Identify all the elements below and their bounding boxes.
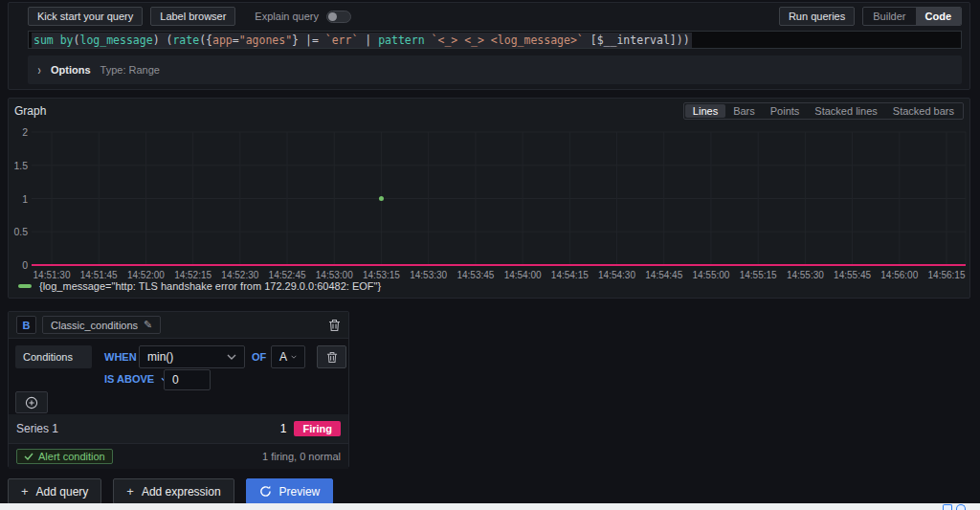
- query-token: `err`: [325, 33, 359, 47]
- query-token: rate: [172, 33, 199, 47]
- query-token: |: [358, 33, 378, 47]
- label-browser-button[interactable]: Label browser: [150, 7, 235, 26]
- query-token: sum by: [33, 33, 74, 47]
- editor-footer-bar: + Add query + Add expression Preview: [8, 478, 333, 504]
- add-expression-button[interactable]: + Add expression: [113, 478, 234, 504]
- query-expression-text: sum by(log_message) (rate({app="agones"}…: [32, 33, 692, 48]
- query-token: ({: [199, 33, 212, 47]
- add-query-label: Add query: [36, 485, 89, 499]
- chart-legend: {log_message="http: TLS handshake error …: [18, 280, 381, 292]
- expression-name: Classic_conditions: [51, 320, 138, 331]
- alert-query-editor: Kick start your query Label browser Expl…: [0, 0, 980, 510]
- explain-query-label: Explain query: [255, 11, 319, 22]
- code-mode-tab[interactable]: Code: [916, 8, 962, 25]
- page-bottom-strip: [0, 503, 980, 510]
- legend-series-swatch[interactable]: [18, 284, 32, 288]
- expression-name-box[interactable]: Classic_conditions ✎: [42, 316, 161, 334]
- delete-condition-button[interactable]: [317, 345, 346, 368]
- y-axis-tick-label: 1: [9, 193, 28, 205]
- of-label: OF: [252, 351, 266, 363]
- delete-expression-button[interactable]: [328, 319, 341, 332]
- y-axis-tick-label: 2: [9, 126, 28, 138]
- cutoff-icon-fragment: [943, 504, 952, 510]
- plus-icon: +: [126, 484, 134, 499]
- options-type-text: Type: Range: [100, 64, 160, 76]
- expression-panel: B Classic_conditions ✎ Conditions WHEN m…: [8, 311, 349, 468]
- expression-ref-badge[interactable]: B: [16, 316, 36, 334]
- preview-label: Preview: [279, 485, 321, 499]
- query-token: =: [233, 33, 239, 47]
- query-token: log_message: [79, 33, 152, 47]
- query-token: [: [584, 33, 597, 47]
- firing-summary-text: 1 firing, 0 normal: [262, 451, 341, 462]
- query-token: [425, 33, 432, 47]
- query-token: ) (: [153, 33, 173, 47]
- query-token: app: [212, 33, 233, 47]
- series-value: 1: [280, 422, 287, 435]
- explain-query-control: Explain query: [255, 11, 351, 23]
- add-expression-label: Add expression: [142, 485, 221, 499]
- expression-header: B Classic_conditions ✎: [9, 312, 348, 339]
- query-token: $__interval: [597, 33, 670, 47]
- query-code-input[interactable]: sum by(log_message) (rate({app="agones"}…: [28, 31, 962, 49]
- reducer-function-select[interactable]: min(): [139, 345, 245, 368]
- query-editor-panel: Kick start your query Label browser Expl…: [8, 2, 970, 90]
- trash-icon: [328, 319, 341, 332]
- options-label: Options: [51, 64, 91, 76]
- conditions-label: Conditions: [15, 345, 92, 368]
- trash-icon: [326, 351, 338, 364]
- reducer-function-value: min(): [147, 350, 173, 364]
- query-ref-value: A: [279, 350, 287, 364]
- graph-panel: Graph LinesBarsPointsStacked linesStacke…: [8, 98, 970, 299]
- alert-condition-badge[interactable]: Alert condition: [16, 449, 113, 464]
- edit-pencil-icon[interactable]: ✎: [144, 319, 152, 331]
- query-ref-select[interactable]: A: [271, 345, 305, 368]
- threshold-input[interactable]: [164, 369, 211, 390]
- editor-mode-switcher: Builder Code: [862, 7, 962, 26]
- query-token: "agones": [239, 33, 292, 47]
- y-axis-tick-label: 1.5: [9, 160, 28, 171]
- query-token: pattern: [378, 33, 424, 47]
- builder-mode-tab[interactable]: Builder: [863, 8, 915, 25]
- query-token: } |=: [292, 33, 325, 47]
- plus-circle-icon: [25, 396, 38, 410]
- kick-start-query-button[interactable]: Kick start your query: [28, 7, 143, 26]
- preview-button[interactable]: Preview: [246, 478, 334, 504]
- y-axis-tick-label: 0.5: [9, 226, 28, 237]
- series-name: Series 1: [16, 422, 273, 435]
- query-token: `<_> <_> <log_message>`: [432, 33, 584, 47]
- expression-footer: Alert condition 1 firing, 0 normal: [9, 443, 348, 469]
- legend-series-label[interactable]: {log_message="http: TLS handshake error …: [39, 280, 381, 292]
- add-query-button[interactable]: + Add query: [8, 478, 101, 504]
- query-options-row[interactable]: › Options Type: Range: [28, 55, 962, 84]
- cutoff-icon-fragment: [956, 504, 966, 510]
- firing-state-badge: Firing: [294, 421, 341, 436]
- timeseries-chart[interactable]: [9, 99, 969, 298]
- series-result-row: Series 1 1 Firing: [9, 414, 348, 443]
- add-condition-button[interactable]: [15, 391, 48, 413]
- operator-value: IS ABOVE: [104, 373, 154, 385]
- plus-icon: +: [21, 484, 29, 499]
- query-token: ])): [670, 33, 690, 47]
- when-label: WHEN: [104, 351, 137, 363]
- explain-query-toggle[interactable]: [326, 11, 351, 23]
- refresh-icon: [259, 485, 272, 498]
- chevron-down-icon: [291, 354, 297, 360]
- chevron-down-icon: [227, 354, 236, 360]
- chevron-right-icon: ›: [37, 62, 40, 78]
- check-icon: [24, 453, 33, 460]
- toggle-knob: [328, 12, 337, 21]
- x-axis-tick-label: 14:56:15: [918, 270, 975, 280]
- operator-select[interactable]: IS ABOVE: [104, 373, 169, 385]
- data-point[interactable]: [379, 196, 384, 201]
- run-queries-button[interactable]: Run queries: [779, 7, 855, 26]
- alert-condition-label: Alert condition: [38, 451, 105, 462]
- query-toolbar: Kick start your query Label browser Expl…: [9, 3, 969, 30]
